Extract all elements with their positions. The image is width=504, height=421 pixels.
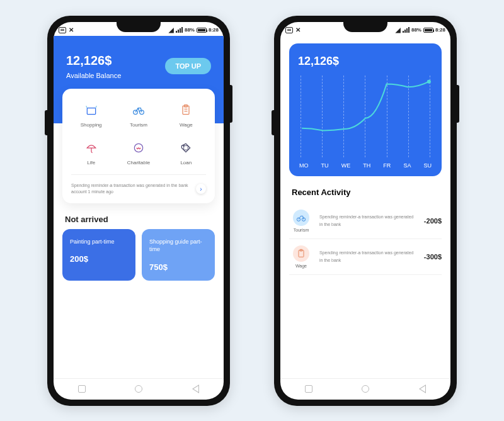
day-label: SU: [423, 162, 432, 169]
activity-category: Tourism: [294, 228, 309, 232]
svg-point-1: [134, 110, 138, 115]
divider: [71, 174, 206, 175]
day-label: SA: [403, 162, 411, 169]
pending-title: Shopping guide part-time: [149, 238, 207, 254]
umbrella-icon: [83, 139, 100, 157]
day-label: FR: [383, 162, 391, 169]
battery-percent: 88%: [185, 27, 195, 33]
svg-point-7: [427, 79, 431, 83]
phone-notch: [117, 22, 161, 32]
phone-mockup-right: ✕ ◢ 88% 8:28 12,126$ MO: [274, 16, 457, 406]
pending-card-painting[interactable]: Painting part-time 200$: [62, 229, 135, 281]
bicycle-icon: [293, 210, 309, 226]
category-life[interactable]: Life: [67, 135, 115, 169]
clipboard-icon: [177, 101, 195, 119]
activity-row-wage[interactable]: Wage Spending reminder-a transaction was…: [289, 239, 442, 275]
bicycle-icon: [130, 101, 147, 119]
wifi-icon: ◢: [169, 26, 174, 33]
activity-text: Spending reminder-a transaction was gene…: [319, 213, 418, 227]
message-icon: [285, 27, 293, 33]
day-label: MO: [299, 162, 309, 169]
nav-recents-icon[interactable]: [78, 385, 86, 393]
balance-label: Available Balance: [66, 72, 121, 79]
pending-amount: 200$: [70, 254, 128, 264]
day-label: TH: [363, 162, 370, 169]
category-label: Life: [87, 160, 95, 166]
clock: 8:28: [435, 27, 445, 33]
person-icon: ✕: [295, 26, 299, 33]
category-tourism[interactable]: Tourism: [115, 98, 162, 132]
screen-balance: ✕ ◢ 88% 8:28 12,126$ Available Balance T…: [54, 22, 224, 400]
day-label: TU: [321, 162, 329, 169]
screen-chart: ✕ ◢ 88% 8:28 12,126$ MO: [280, 22, 450, 400]
category-wage[interactable]: Wage: [163, 98, 210, 132]
pending-title: Painting part-time: [70, 238, 128, 246]
not-arrived-heading: Not arrived: [54, 203, 224, 229]
category-charitable[interactable]: Charitable: [115, 135, 162, 169]
activity-amount: -200$: [424, 217, 442, 225]
svg-point-8: [297, 218, 300, 221]
person-icon: ✕: [69, 26, 72, 33]
chart-x-axis: MO TU WE TH FR SA SU: [298, 162, 433, 169]
nav-home-icon[interactable]: [362, 385, 369, 393]
message-icon: [59, 27, 66, 33]
wifi-icon: ◢: [396, 26, 401, 33]
pending-amount: 750$: [149, 262, 207, 272]
category-label: Shopping: [81, 122, 102, 128]
category-shopping[interactable]: Shopping: [67, 98, 115, 132]
activity-category: Wage: [295, 264, 307, 268]
nav-recents-icon[interactable]: [305, 385, 312, 393]
phone-notch: [343, 22, 387, 32]
nav-back-icon[interactable]: [419, 385, 426, 393]
nav-back-icon[interactable]: [192, 385, 199, 393]
android-navbar: [280, 378, 450, 400]
category-label: Tourism: [130, 122, 147, 128]
phone-mockup-left: ✕ ◢ 88% 8:28 12,126$ Available Balance T…: [47, 16, 230, 406]
svg-rect-0: [87, 108, 95, 114]
nav-home-icon[interactable]: [135, 385, 142, 393]
category-label: Wage: [180, 122, 193, 128]
battery-percent: 88%: [411, 27, 421, 33]
category-card: Shopping Tourism Wage: [62, 89, 215, 203]
category-label: Charitable: [127, 160, 150, 166]
topup-button[interactable]: TOP UP: [165, 58, 211, 74]
handshake-icon: [130, 139, 147, 157]
clock: 8:28: [209, 27, 219, 33]
clipboard-icon: [293, 245, 309, 262]
battery-icon: [197, 28, 207, 33]
chevron-right-icon[interactable]: ›: [196, 184, 206, 194]
svg-point-6: [183, 145, 185, 147]
chart-balance: 12,126$: [298, 55, 433, 68]
tag-icon: [177, 139, 195, 157]
activity-row-tourism[interactable]: Tourism Spending reminder-a transaction …: [289, 203, 442, 239]
reminder-text: Spending reminder-a transaction was gene…: [71, 182, 192, 196]
balance-amount: 12,126$: [66, 53, 121, 68]
chart-area: [298, 76, 433, 157]
pending-card-shopping-guide[interactable]: Shopping guide part-time 750$: [142, 229, 215, 281]
signal-icon: [176, 27, 183, 33]
battery-icon: [423, 28, 433, 33]
signal-icon: [403, 27, 410, 33]
line-chart: [298, 76, 433, 157]
shopping-icon: [83, 101, 100, 119]
category-loan[interactable]: Loan: [163, 135, 210, 169]
reminder-row[interactable]: Spending reminder-a transaction was gene…: [67, 180, 210, 197]
chart-card: 12,126$ MO TU WE TH FR SA SU: [289, 43, 442, 176]
recent-activity-heading: Recent Activity: [289, 176, 442, 203]
activity-amount: -300$: [424, 253, 442, 261]
android-navbar: [54, 378, 224, 400]
day-label: WE: [341, 162, 351, 169]
activity-text: Spending reminder-a transaction was gene…: [319, 249, 418, 263]
category-label: Loan: [180, 160, 192, 166]
